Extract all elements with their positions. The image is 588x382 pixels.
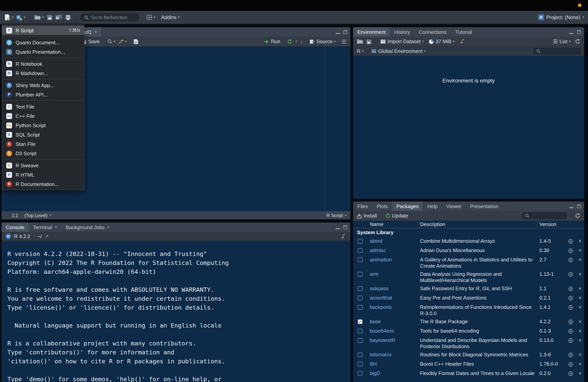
clear-environment-broom-icon[interactable] bbox=[460, 39, 465, 44]
package-remove-icon[interactable]: × bbox=[576, 304, 584, 310]
save-workspace-icon[interactable] bbox=[366, 39, 371, 44]
addins-button[interactable]: Addins ▾ bbox=[161, 14, 180, 20]
package-remove-icon[interactable]: × bbox=[576, 271, 584, 277]
minimize-icon[interactable] bbox=[336, 30, 340, 34]
source-button[interactable]: Source ▾ bbox=[310, 39, 336, 44]
package-website-icon[interactable] bbox=[568, 352, 576, 359]
menu-item-shiny[interactable]: Shiny Web App... bbox=[2, 81, 84, 90]
list-view-button[interactable]: List ▾ bbox=[553, 39, 571, 44]
package-website-icon[interactable] bbox=[568, 257, 576, 264]
package-loaded-checkbox[interactable] bbox=[358, 272, 362, 276]
package-name-link[interactable]: bigD bbox=[370, 370, 420, 376]
environment-scope-selector[interactable]: Global Environment ▾ bbox=[372, 48, 426, 54]
package-name-link[interactable]: askpass bbox=[370, 285, 420, 292]
tab-console[interactable]: Console bbox=[1, 223, 29, 232]
package-remove-icon[interactable]: × bbox=[576, 351, 584, 357]
refresh-icon[interactable] bbox=[575, 213, 581, 219]
package-website-icon[interactable] bbox=[568, 295, 576, 302]
menu-item-r-notebook[interactable]: R Notebook bbox=[2, 59, 84, 68]
open-in-window-icon[interactable]: ↗ bbox=[44, 233, 49, 239]
package-name-link[interactable]: bayestestR bbox=[370, 337, 420, 343]
rerun-button[interactable] bbox=[287, 39, 293, 44]
menu-item-r-doc[interactable]: R Documentation... bbox=[2, 179, 84, 189]
package-remove-icon[interactable]: × bbox=[576, 256, 584, 262]
menu-item-plumber[interactable]: Plumber API... bbox=[2, 90, 84, 99]
package-name-link[interactable]: backports bbox=[370, 304, 420, 310]
package-loaded-checkbox[interactable] bbox=[358, 257, 362, 262]
package-website-icon[interactable] bbox=[568, 271, 576, 278]
menu-item-d3[interactable]: D3 Script bbox=[2, 149, 84, 158]
package-loaded-checkbox[interactable]: ✓ bbox=[358, 319, 362, 324]
menu-item-r-html[interactable]: R HTML bbox=[2, 170, 84, 179]
package-website-icon[interactable] bbox=[568, 319, 576, 326]
menu-item-stan[interactable]: Stan File bbox=[2, 139, 84, 149]
minimize-icon[interactable] bbox=[336, 225, 340, 229]
package-remove-icon[interactable]: × bbox=[576, 337, 584, 343]
console-output[interactable]: R version 4.2.2 (2022-10-31) -- "Innocen… bbox=[1, 241, 350, 382]
tab-files[interactable]: Files bbox=[353, 202, 372, 211]
tab-help[interactable]: Help bbox=[423, 202, 442, 211]
new-file-button[interactable]: ▾ bbox=[4, 14, 13, 21]
package-website-icon[interactable] bbox=[568, 338, 576, 344]
minimize-icon[interactable] bbox=[569, 30, 574, 34]
tab-close-icon[interactable]: × bbox=[94, 29, 97, 35]
package-name-link[interactable]: bdsmatrix bbox=[370, 351, 420, 358]
menu-item-r-sweave[interactable]: R Sweave bbox=[2, 161, 84, 170]
package-website-icon[interactable] bbox=[568, 248, 576, 255]
package-loaded-checkbox[interactable] bbox=[358, 239, 362, 243]
save-all-button[interactable] bbox=[55, 14, 62, 20]
goto-file-input[interactable]: Go to file/function bbox=[80, 13, 139, 21]
panes-layout-button[interactable]: ▾ bbox=[147, 15, 155, 20]
document-outline-button[interactable] bbox=[341, 39, 347, 44]
package-loaded-checkbox[interactable] bbox=[358, 286, 362, 291]
package-name-link[interactable]: base bbox=[370, 318, 420, 325]
tab-close-icon[interactable]: × bbox=[107, 224, 110, 230]
tab-terminal[interactable]: Terminal× bbox=[29, 223, 61, 232]
package-loaded-checkbox[interactable] bbox=[358, 371, 362, 376]
menu-item-cpp-file[interactable]: C++ File bbox=[2, 111, 84, 121]
package-website-icon[interactable] bbox=[568, 238, 576, 245]
maximize-icon[interactable] bbox=[577, 204, 581, 208]
package-website-icon[interactable] bbox=[568, 361, 576, 368]
scope-selector[interactable]: (Top Level) ▾ bbox=[24, 212, 51, 218]
column-header-name[interactable]: Name bbox=[370, 221, 383, 227]
package-loaded-checkbox[interactable] bbox=[358, 296, 362, 300]
update-button[interactable]: Update bbox=[385, 213, 408, 219]
package-loaded-checkbox[interactable] bbox=[358, 361, 362, 366]
tab-close-icon[interactable]: × bbox=[54, 224, 57, 230]
package-name-link[interactable]: abind bbox=[370, 238, 420, 244]
install-button[interactable]: Install bbox=[357, 213, 377, 219]
package-loaded-checkbox[interactable] bbox=[358, 338, 362, 342]
refresh-icon[interactable] bbox=[575, 39, 581, 44]
project-menu-button[interactable]: Project: (None) ▾ bbox=[538, 14, 584, 20]
tab-connections[interactable]: Connections bbox=[414, 27, 451, 37]
package-name-link[interactable]: admisc bbox=[370, 247, 420, 254]
column-header-description[interactable]: Description bbox=[420, 221, 445, 227]
package-website-icon[interactable] bbox=[568, 304, 576, 311]
menu-item-quarto-doc[interactable]: Quarto Document... bbox=[2, 38, 84, 47]
compile-report-button[interactable] bbox=[133, 39, 138, 44]
package-remove-icon[interactable]: × bbox=[576, 295, 584, 300]
package-remove-icon[interactable]: × bbox=[576, 361, 584, 367]
previous-chunk-button[interactable]: ↑ bbox=[295, 39, 298, 44]
packages-search-input[interactable] bbox=[522, 212, 567, 219]
package-name-link[interactable]: arm bbox=[370, 271, 420, 277]
package-website-icon[interactable] bbox=[568, 286, 576, 293]
code-tools-button[interactable]: ▾ bbox=[118, 39, 126, 44]
tab-presentation[interactable]: Presentation bbox=[466, 202, 503, 211]
maximize-icon[interactable] bbox=[577, 30, 581, 34]
tab-environment[interactable]: Environment bbox=[353, 27, 390, 37]
menu-item-python[interactable]: Python Script bbox=[2, 121, 84, 130]
maximize-icon[interactable] bbox=[343, 225, 347, 229]
package-loaded-checkbox[interactable] bbox=[358, 305, 362, 309]
tab-viewer[interactable]: Viewer bbox=[442, 202, 466, 211]
new-project-button[interactable]: R ▾ bbox=[16, 14, 25, 21]
menu-item-r-script[interactable]: R Script⇧⌘N bbox=[2, 26, 84, 35]
tab-background-jobs[interactable]: Background Jobs× bbox=[62, 223, 114, 232]
environment-search-input[interactable] bbox=[534, 48, 580, 54]
language-selector[interactable]: R ▾ bbox=[357, 48, 364, 54]
clear-console-broom-icon[interactable] bbox=[341, 233, 346, 239]
package-remove-icon[interactable]: × bbox=[576, 318, 584, 324]
package-website-icon[interactable] bbox=[568, 371, 576, 378]
tab-tutorial[interactable]: Tutorial bbox=[451, 27, 476, 37]
